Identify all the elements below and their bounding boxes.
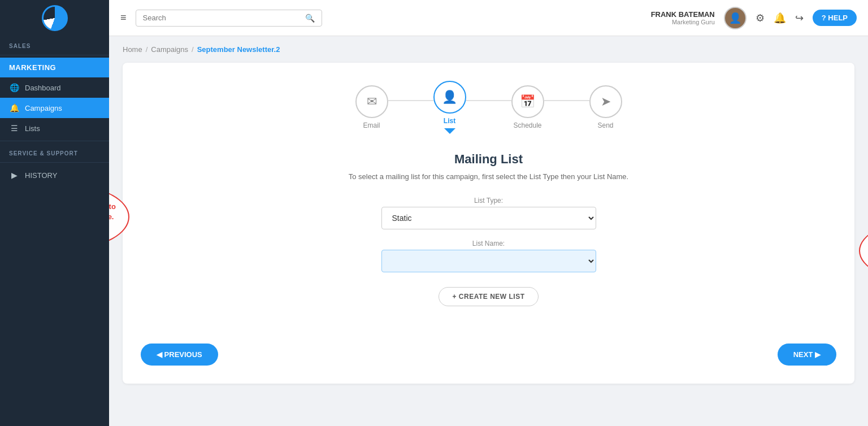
sidebar-divider-3 [0,162,109,163]
breadcrumb-campaigns[interactable]: Campaigns [151,45,188,54]
previous-label: ◀ PREVIOUS [157,350,202,359]
main-card: ✉ Email 👤 List 📅 Schedule ➤ Send [123,63,854,384]
sidebar-item-history[interactable]: ▶ HISTORY [0,165,109,185]
sidebar-section-marketing: MARKETING [0,58,109,77]
sidebar-item-label-campaigns: Campaigns [25,104,62,112]
list-name-label: List Name: [472,240,505,247]
breadcrumb: Home / Campaigns / September Newsletter.… [123,45,854,54]
next-label: NEXT ▶ [793,350,821,359]
callout-right: Use the dropdown list to select the List… [859,220,868,282]
help-label: ? HELP [822,14,848,22]
step-line-1 [388,100,433,101]
step-send[interactable]: ➤ Send [589,85,622,129]
sidebar-item-label-lists: Lists [25,124,40,133]
sidebar-item-dashboard[interactable]: 🌐 Dashboard [0,77,109,98]
sidebar-item-lists[interactable]: ☰ Lists [0,118,109,138]
help-button[interactable]: ? HELP [813,10,857,26]
step-line-3 [544,100,589,101]
user-role: Marketing Guru [672,19,715,25]
lists-icon: ☰ [9,124,19,133]
mailing-list-subtitle: To select a mailing list for this campai… [349,172,628,181]
step-schedule-circle: 📅 [511,85,544,118]
settings-icon[interactable]: ⚙ [756,12,765,24]
search-box: 🔍 [136,10,322,27]
sidebar: SALES MARKETING 🌐 Dashboard 🔔 Campaigns … [0,0,109,426]
step-email-label: Email [363,121,380,129]
step-email-circle: ✉ [355,85,388,118]
sidebar-item-label-dashboard: Dashboard [25,84,61,92]
dashboard-icon: 🌐 [9,83,19,92]
step-schedule[interactable]: 📅 Schedule [511,85,544,129]
create-new-group: + CREATE NEW LIST [141,282,836,306]
step-schedule-label: Schedule [513,121,541,129]
list-type-select[interactable]: Static Dynamic [381,207,596,229]
callout-left-text: Use the dropdown list to select the List… [109,202,119,233]
next-button[interactable]: NEXT ▶ [778,344,836,366]
campaigns-icon: 🔔 [9,103,19,112]
sidebar-item-label-history: HISTORY [25,171,57,180]
form-area: Mailing List To select a mailing list fo… [141,152,836,316]
search-input[interactable] [143,14,301,22]
topbar: ≡ 🔍 FRANK BATEMAN Marketing Guru 👤 ⚙ 🔔 ↪… [109,0,868,36]
step-list-circle: 👤 [433,81,466,114]
annotation-container: Use the dropdown list to select the List… [141,152,836,316]
sidebar-item-campaigns[interactable]: 🔔 Campaigns [0,98,109,118]
previous-button[interactable]: ◀ PREVIOUS [141,344,218,366]
sidebar-divider-1 [0,55,109,55]
list-type-group: List Type: Static Dynamic [141,197,836,229]
step-send-label: Send [597,121,613,129]
search-icon: 🔍 [305,14,315,23]
step-send-circle: ➤ [589,85,622,118]
create-new-list-label: + CREATE NEW LIST [453,293,525,301]
breadcrumb-current: September Newsletter.2 [197,45,280,54]
sidebar-logo [0,0,109,36]
sidebar-divider-2 [0,141,109,141]
breadcrumb-home[interactable]: Home [123,45,142,54]
mailing-list-title: Mailing List [454,152,523,167]
hamburger-menu[interactable]: ≡ [120,12,127,24]
breadcrumb-sep-2: / [192,45,194,54]
user-name: FRANK BATEMAN [651,10,715,19]
topbar-right: FRANK BATEMAN Marketing Guru 👤 ⚙ 🔔 ↪ ? H… [651,7,857,29]
step-line-2 [466,100,511,101]
step-active-triangle [444,128,455,134]
main-content: ≡ 🔍 FRANK BATEMAN Marketing Guru 👤 ⚙ 🔔 ↪… [109,0,868,426]
create-new-list-button[interactable]: + CREATE NEW LIST [439,287,539,306]
user-info: FRANK BATEMAN Marketing Guru [651,10,715,25]
callout-left: Use the dropdown list to select the List… [109,186,129,248]
list-name-select[interactable] [381,250,596,272]
list-name-group: List Name: [141,240,836,272]
steps-container: ✉ Email 👤 List 📅 Schedule ➤ Send [141,81,836,134]
app-logo-icon [42,5,68,31]
step-list-label: List [444,117,455,125]
avatar: 👤 [724,7,747,29]
list-type-label: List Type: [474,197,503,205]
notifications-icon[interactable]: 🔔 [774,12,786,24]
step-email[interactable]: ✉ Email [355,85,388,129]
content-area: Home / Campaigns / September Newsletter.… [109,36,868,426]
signout-icon[interactable]: ↪ [795,12,804,24]
sidebar-section-service: SERVICE & SUPPORT [0,144,109,160]
breadcrumb-sep-1: / [146,45,148,54]
nav-buttons: ◀ PREVIOUS NEXT ▶ [141,344,836,366]
sidebar-section-sales: SALES [0,36,109,53]
history-expand-icon: ▶ [9,171,19,180]
step-list[interactable]: 👤 List [433,81,466,134]
